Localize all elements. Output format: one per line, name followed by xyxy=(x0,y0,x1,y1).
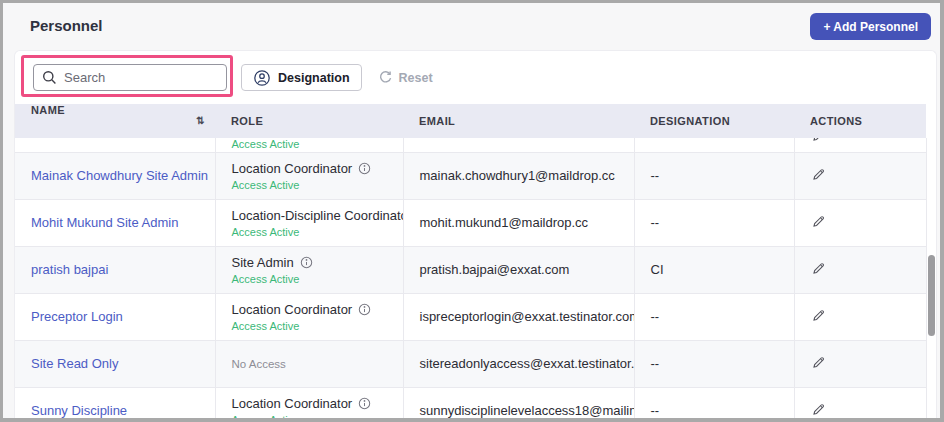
access-status: Access Active xyxy=(232,226,393,238)
email-cell: sunnydisciplinelevelaccess18@mailinat... xyxy=(403,387,634,418)
designation-cell: -- xyxy=(634,199,794,246)
table-row: pratish bajpai Site Admin Access Active … xyxy=(15,246,926,293)
role-text: Site Admin xyxy=(232,255,294,270)
table-header-row: NAME ⇅ ROLE EMAIL DESIGNATION ACTIONS xyxy=(15,104,926,138)
person-designation: -- xyxy=(651,215,660,230)
edit-button[interactable] xyxy=(811,138,826,143)
role-text: No Access xyxy=(232,358,286,370)
role-cell: Location-Discipline Coordinator Access A… xyxy=(215,199,403,246)
person-designation: -- xyxy=(651,403,660,418)
edit-button[interactable] xyxy=(811,355,826,373)
name-cell: Mohit Mukund Site Admin xyxy=(15,199,215,246)
designation-cell: -- xyxy=(634,387,794,418)
access-status: Access Active xyxy=(232,179,393,191)
edit-button[interactable] xyxy=(811,402,826,419)
page-title: Personnel xyxy=(30,17,103,34)
designation-cell: -- xyxy=(634,293,794,340)
name-cell: Mainak Chowdhury Site Admin xyxy=(15,152,215,199)
person-name-link[interactable]: Site Read Only xyxy=(31,356,118,371)
role-cell: Location Coordinator Access Active xyxy=(215,387,403,418)
actions-cell xyxy=(794,387,926,418)
person-designation: -- xyxy=(651,309,660,324)
edit-button[interactable] xyxy=(811,308,826,326)
access-status: Access Active xyxy=(232,273,393,285)
edit-button[interactable] xyxy=(811,167,826,185)
role-info-icon[interactable] xyxy=(358,303,371,316)
edit-button[interactable] xyxy=(811,261,826,279)
designation-cell: -- xyxy=(634,152,794,199)
actions-cell xyxy=(794,199,926,246)
table-row: Mohit Mukund Site Admin Location-Discipl… xyxy=(15,199,926,246)
column-header-email: EMAIL xyxy=(403,104,634,138)
reset-icon xyxy=(378,70,393,85)
person-name-link[interactable]: Mohit Mukund Site Admin xyxy=(31,215,178,230)
search-input[interactable] xyxy=(64,70,218,85)
email-cell xyxy=(403,138,634,152)
personnel-table: NAME ⇅ ROLE EMAIL DESIGNATION ACTIONS xyxy=(15,104,927,418)
access-status: Access Active xyxy=(232,320,393,332)
role-text: Location Coordinator xyxy=(232,302,353,317)
designation-cell: CI xyxy=(634,246,794,293)
personnel-screen: Personnel + Add Personnel xyxy=(0,0,944,422)
table-row: Site Read Only No Access sitereadonlyacc… xyxy=(15,340,926,387)
person-email: ispreceptorlogin@exxat.testinator.com xyxy=(420,309,635,324)
name-cell xyxy=(15,138,215,152)
email-cell: pratish.bajpai@exxat.com xyxy=(403,246,634,293)
designation-filter-button[interactable]: Designation xyxy=(241,64,362,91)
designation-icon xyxy=(253,69,271,87)
actions-cell xyxy=(794,293,926,340)
reset-label: Reset xyxy=(399,71,433,85)
column-header-designation: DESIGNATION xyxy=(634,104,794,138)
personnel-table-body: Access Active Mainak Chowdhury Site Admi… xyxy=(15,138,926,418)
role-cell: Access Active xyxy=(215,138,403,152)
role-cell: Location Coordinator Access Active xyxy=(215,293,403,340)
column-header-name[interactable]: NAME ⇅ xyxy=(15,104,215,138)
designation-cell xyxy=(634,138,794,152)
reset-button[interactable]: Reset xyxy=(378,64,433,91)
search-icon xyxy=(42,70,57,85)
access-status: Access Active xyxy=(232,138,393,151)
role-text: Location Coordinator xyxy=(232,396,353,411)
role-cell: Site Admin Access Active xyxy=(215,246,403,293)
person-name-link[interactable]: pratish bajpai xyxy=(31,262,108,277)
role-text: Location Coordinator xyxy=(232,161,353,176)
email-cell: ispreceptorlogin@exxat.testinator.com xyxy=(403,293,634,340)
filter-toolbar: Designation Reset xyxy=(15,51,936,104)
actions-cell xyxy=(794,246,926,293)
person-designation: CI xyxy=(651,262,664,277)
actions-cell xyxy=(794,340,926,387)
role-text: Location-Discipline Coordinator xyxy=(232,208,404,223)
actions-cell xyxy=(794,138,926,152)
search-box[interactable] xyxy=(33,64,227,91)
edit-button[interactable] xyxy=(811,214,826,232)
table-row: Access Active xyxy=(15,138,926,152)
add-personnel-button[interactable]: + Add Personnel xyxy=(810,13,931,40)
table-row: Sunny Discipline Location Coordinator Ac… xyxy=(15,387,926,418)
person-email: pratish.bajpai@exxat.com xyxy=(420,262,570,277)
person-name-link[interactable]: Mainak Chowdhury Site Admin xyxy=(31,168,208,183)
name-cell: Site Read Only xyxy=(15,340,215,387)
actions-cell xyxy=(794,152,926,199)
person-email: sitereadonlyaccess@exxat.testinator.com xyxy=(420,356,635,371)
designation-cell: -- xyxy=(634,340,794,387)
person-designation: -- xyxy=(651,356,660,371)
email-cell: mohit.mukund1@maildrop.cc xyxy=(403,199,634,246)
sort-arrows-icon[interactable]: ⇅ xyxy=(196,104,205,138)
person-name-link[interactable]: Sunny Discipline xyxy=(31,403,127,418)
role-info-icon[interactable] xyxy=(300,256,313,269)
vertical-scrollbar-thumb[interactable] xyxy=(928,255,935,336)
designation-label: Designation xyxy=(278,71,350,85)
access-status: Access Active xyxy=(232,414,393,419)
column-header-actions: ACTIONS xyxy=(794,104,926,138)
role-cell: Location Coordinator Access Active xyxy=(215,152,403,199)
role-info-icon[interactable] xyxy=(358,162,371,175)
role-info-icon[interactable] xyxy=(358,397,371,410)
person-email: sunnydisciplinelevelaccess18@mailinat... xyxy=(420,403,635,418)
table-row: Preceptor Login Location Coordinator Acc… xyxy=(15,293,926,340)
personnel-card: Designation Reset NAME xyxy=(14,50,937,418)
table-row: Mainak Chowdhury Site Admin Location Coo… xyxy=(15,152,926,199)
role-cell: No Access xyxy=(215,340,403,387)
person-email: mohit.mukund1@maildrop.cc xyxy=(420,215,589,230)
person-email: mainak.chowdhury1@maildrop.cc xyxy=(420,168,615,183)
person-name-link[interactable]: Preceptor Login xyxy=(31,309,123,324)
